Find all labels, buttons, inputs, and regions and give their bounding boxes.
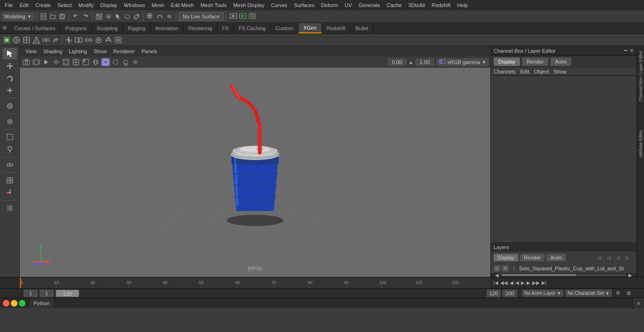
menu-surfaces[interactable]: Surfaces: [291, 1, 317, 9]
vp-light-icon[interactable]: [51, 58, 61, 66]
vp-menu-panels[interactable]: Panels: [139, 48, 160, 55]
tab-polygons[interactable]: Polygons: [60, 24, 91, 33]
vp-menu-view[interactable]: View: [23, 48, 40, 55]
cb-menu-show[interactable]: Show: [553, 69, 567, 74]
vp-menu-shading[interactable]: Shading: [41, 48, 65, 55]
vp-film-icon[interactable]: [32, 58, 41, 66]
layer-btn-4[interactable]: ▷: [623, 254, 632, 261]
play-back-btn[interactable]: ◀: [515, 280, 519, 285]
open-file-icon[interactable]: [49, 12, 57, 21]
menu-select[interactable]: Select: [55, 1, 75, 9]
coord-y[interactable]: 1.00: [415, 58, 434, 66]
play-fwd-btn[interactable]: ▶: [521, 280, 525, 285]
menu-edit[interactable]: Edit: [17, 1, 32, 9]
menu-display[interactable]: Display: [98, 1, 120, 9]
vp-overlay1[interactable]: [61, 58, 71, 66]
python-tab[interactable]: Python: [29, 298, 55, 308]
layer-btn-1[interactable]: ◁: [595, 254, 603, 261]
xgen-icon12[interactable]: [114, 35, 123, 45]
tab-rendering[interactable]: Rendering: [183, 24, 217, 33]
scale-tool[interactable]: [3, 85, 17, 96]
xgen-icon9[interactable]: [84, 35, 93, 45]
menu-redshift[interactable]: Redshift: [429, 1, 453, 9]
select-tool-icon[interactable]: [114, 12, 122, 21]
vp-lighting[interactable]: [111, 58, 120, 66]
cb-menu-edit[interactable]: Edit: [520, 69, 529, 74]
paint-icon[interactable]: [132, 12, 141, 21]
anim-layer-dropdown[interactable]: No Anim Layer ▼: [522, 290, 563, 297]
show-manipulator-tool[interactable]: [3, 187, 17, 198]
xgen-icon6[interactable]: [51, 35, 61, 45]
status-settings-icon[interactable]: ⚙: [614, 289, 622, 298]
xgen-icon3[interactable]: [22, 35, 31, 45]
menu-mesh-tools[interactable]: Mesh Tools: [198, 1, 229, 9]
xgen-icon11[interactable]: [104, 35, 113, 45]
vp-overlay2[interactable]: [71, 58, 81, 66]
paint-select-tool[interactable]: [3, 144, 17, 155]
layer-visibility-v[interactable]: V: [494, 265, 500, 272]
char-set-dropdown[interactable]: No Character Set ▼: [565, 290, 612, 297]
menu-generate[interactable]: Generate: [355, 1, 383, 9]
frame-field-left[interactable]: 1: [24, 290, 38, 297]
universal-tool[interactable]: [3, 100, 17, 112]
custom-tool1[interactable]: X: [3, 202, 17, 214]
cb-menu-channels[interactable]: Channels: [494, 69, 515, 74]
layer-visibility-p[interactable]: P: [502, 265, 509, 272]
xgen-icon5[interactable]: [41, 35, 51, 45]
layer-tab-anim[interactable]: Anim: [546, 254, 566, 261]
status-extra-icon[interactable]: ⊞: [624, 289, 633, 298]
cb-tab-display[interactable]: Display: [494, 57, 520, 66]
tab-rigging[interactable]: Rigging: [123, 24, 150, 33]
live-surface-label[interactable]: No Live Surface: [179, 12, 224, 21]
menu-windows[interactable]: Windows: [121, 1, 148, 9]
goto-start-btn[interactable]: |◀: [493, 280, 498, 285]
side-tab-attribute-editor[interactable]: Attribute Editor: [637, 125, 644, 163]
menu-mesh-display[interactable]: Mesh Display: [231, 1, 267, 9]
save-file-icon[interactable]: [58, 12, 66, 21]
xgen-icon4[interactable]: [32, 35, 41, 45]
snap-together-tool[interactable]: [3, 159, 17, 170]
mode-dropdown[interactable]: Modeling ▼: [2, 13, 34, 20]
layers-scroll-right[interactable]: ▶: [626, 271, 635, 279]
move-tool[interactable]: [3, 60, 17, 72]
new-file-icon[interactable]: [39, 12, 48, 21]
xgen-icon1[interactable]: [2, 35, 11, 45]
vp-shading1[interactable]: [81, 58, 91, 66]
colorspace-dropdown[interactable]: sRGB gamma ▼: [437, 58, 488, 66]
win-min-btn[interactable]: [11, 300, 17, 307]
xgen-icon2[interactable]: [12, 35, 21, 45]
channel-box-minimize[interactable]: ━: [624, 48, 627, 54]
menu-modify[interactable]: Modify: [75, 1, 96, 9]
transform-icon[interactable]: [95, 12, 103, 21]
undo-icon[interactable]: [72, 12, 80, 21]
rotate-tool[interactable]: [3, 73, 17, 84]
menu-edit-mesh[interactable]: Edit Mesh: [168, 1, 197, 9]
vp-camera-icon[interactable]: [22, 58, 31, 66]
render-settings-icon[interactable]: [248, 12, 256, 21]
snap-icon[interactable]: [104, 12, 113, 21]
tab-bullet[interactable]: Bullet: [351, 24, 374, 33]
tab-animation[interactable]: Animation: [150, 24, 183, 33]
menu-cache[interactable]: Cache: [384, 1, 405, 9]
cb-tab-render[interactable]: Render: [522, 57, 548, 66]
menu-3dto[interactable]: 3DtoAll: [405, 1, 428, 9]
snap-curve-icon[interactable]: [156, 12, 164, 21]
box-select-tool[interactable]: [3, 131, 17, 143]
vp-texture[interactable]: [101, 58, 110, 66]
vp-menu-lighting[interactable]: Lighting: [66, 48, 90, 55]
xgen-icon8[interactable]: [74, 35, 83, 45]
lasso-icon[interactable]: [123, 12, 132, 21]
layers-scroll-left[interactable]: ◀: [493, 271, 501, 279]
menu-help[interactable]: Help: [454, 1, 471, 9]
vp-menu-renderer[interactable]: Renderer: [110, 48, 138, 55]
cb-menu-object[interactable]: Object: [534, 69, 549, 74]
menu-uv[interactable]: UV: [342, 1, 355, 9]
goto-end-btn[interactable]: ▶|: [542, 280, 547, 285]
win-close-btn[interactable]: [3, 300, 9, 307]
playback-end-field[interactable]: 200: [503, 290, 517, 297]
vp-render-icon[interactable]: [41, 58, 51, 66]
layer-btn-2[interactable]: ◁: [604, 254, 613, 261]
timeline-ruler[interactable]: 1 10 20 30 40 50 60 70 80 90 100 110 120: [20, 277, 490, 289]
menu-deform[interactable]: Deform: [318, 1, 341, 9]
tab-gear-icon[interactable]: ⚙: [0, 25, 9, 31]
